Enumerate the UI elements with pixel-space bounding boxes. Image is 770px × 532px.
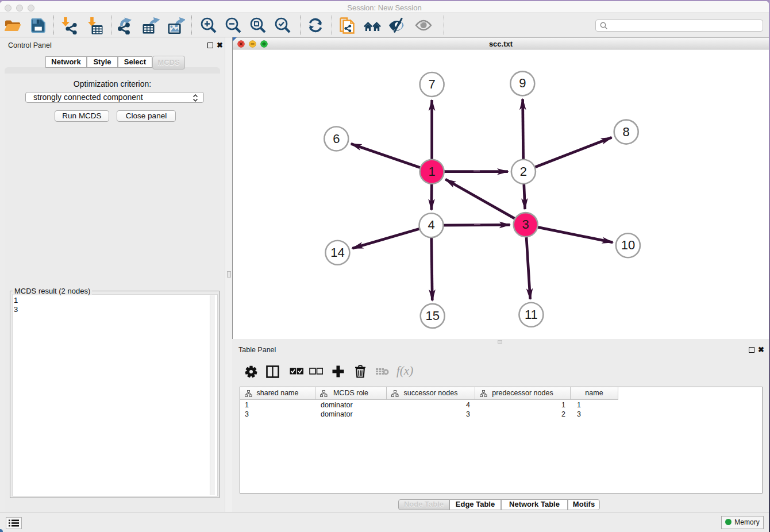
svg-text:6: 6 — [333, 132, 340, 146]
svg-text:3: 3 — [522, 217, 529, 232]
svg-text:2: 2 — [520, 164, 527, 179]
svg-text:14: 14 — [330, 245, 344, 260]
svg-text:11: 11 — [525, 307, 538, 322]
svg-text:8: 8 — [623, 125, 630, 139]
svg-text:9: 9 — [519, 76, 526, 90]
svg-text:15: 15 — [425, 309, 439, 323]
svg-text:4: 4 — [428, 218, 434, 232]
svg-text:7: 7 — [428, 77, 435, 91]
svg-text:10: 10 — [621, 238, 635, 252]
svg-text:1: 1 — [428, 164, 435, 179]
